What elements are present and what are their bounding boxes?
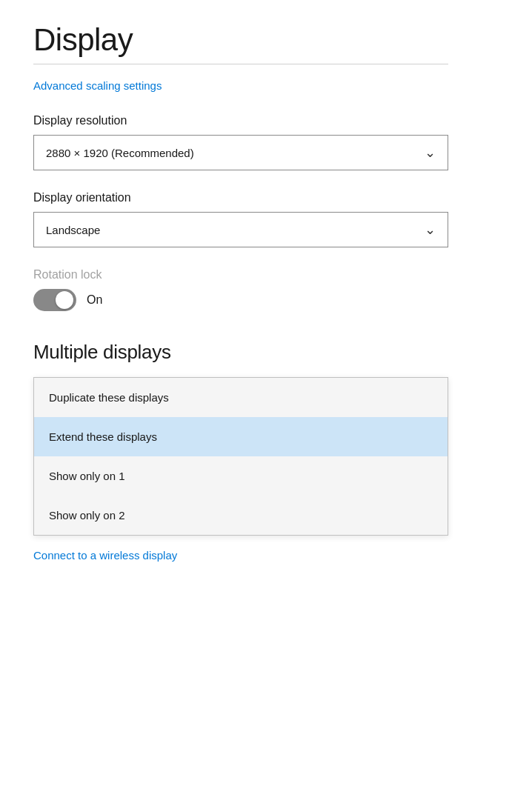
display-resolution-label: Display resolution bbox=[33, 114, 499, 127]
rotation-lock-toggle-row: On bbox=[33, 289, 499, 311]
multiple-displays-option-extend[interactable]: Extend these displays bbox=[34, 417, 448, 456]
multiple-displays-title: Multiple displays bbox=[33, 341, 499, 364]
display-orientation-dropdown[interactable]: Landscape ⌄ bbox=[33, 212, 448, 247]
chevron-down-icon: ⌄ bbox=[425, 144, 436, 161]
multiple-displays-option-show-1[interactable]: Show only on 1 bbox=[34, 456, 448, 496]
display-resolution-value: 2880 × 1920 (Recommended) bbox=[46, 147, 194, 159]
section-divider bbox=[33, 64, 448, 64]
multiple-displays-section: Multiple displays Duplicate these displa… bbox=[33, 341, 499, 536]
chevron-down-icon: ⌄ bbox=[425, 222, 436, 238]
display-resolution-dropdown-container: 2880 × 1920 (Recommended) ⌄ bbox=[33, 135, 448, 170]
advanced-scaling-link[interactable]: Advanced scaling settings bbox=[33, 79, 162, 92]
toggle-knob bbox=[56, 291, 73, 309]
display-orientation-label: Display orientation bbox=[33, 191, 499, 204]
connect-wireless-display-link[interactable]: Connect to a wireless display bbox=[33, 549, 177, 562]
rotation-lock-state: On bbox=[87, 293, 102, 307]
display-orientation-value: Landscape bbox=[46, 224, 100, 236]
multiple-displays-dropdown-menu: Duplicate these displays Extend these di… bbox=[33, 377, 448, 536]
multiple-displays-option-show-2[interactable]: Show only on 2 bbox=[34, 496, 448, 535]
rotation-lock-toggle[interactable] bbox=[33, 289, 76, 311]
rotation-lock-label: Rotation lock bbox=[33, 268, 499, 282]
page-title: Display bbox=[33, 22, 499, 58]
display-resolution-dropdown[interactable]: 2880 × 1920 (Recommended) ⌄ bbox=[33, 135, 448, 170]
rotation-lock-section: Rotation lock On bbox=[33, 268, 499, 311]
display-orientation-dropdown-container: Landscape ⌄ bbox=[33, 212, 448, 247]
multiple-displays-option-duplicate[interactable]: Duplicate these displays bbox=[34, 378, 448, 417]
